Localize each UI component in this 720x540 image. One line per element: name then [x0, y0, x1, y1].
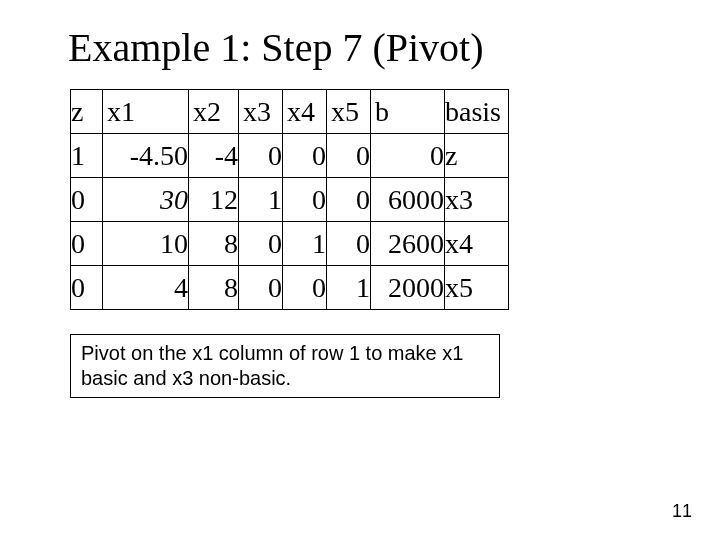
- cell: 1: [283, 222, 327, 266]
- col-header-z: z: [71, 90, 103, 134]
- cell: 8: [189, 266, 239, 310]
- cell: 1: [239, 178, 283, 222]
- cell: 0: [371, 134, 445, 178]
- cell: 1: [327, 266, 371, 310]
- cell: 0: [283, 134, 327, 178]
- cell: 0: [327, 134, 371, 178]
- col-header-basis: basis: [445, 90, 509, 134]
- cell: 12: [189, 178, 239, 222]
- cell: 0: [239, 134, 283, 178]
- table-header-row: z x1 x2 x3 x4 x5 b basis: [71, 90, 509, 134]
- cell: -4.50: [103, 134, 189, 178]
- cell: 0: [71, 222, 103, 266]
- cell: 0: [71, 266, 103, 310]
- table-row: 0 10 8 0 1 0 2600 x4: [71, 222, 509, 266]
- col-header-b: b: [371, 90, 445, 134]
- cell: 2600: [371, 222, 445, 266]
- cell: z: [445, 134, 509, 178]
- table-row: 0 30 12 1 0 0 6000 x3: [71, 178, 509, 222]
- caption-box: Pivot on the x1 column of row 1 to make …: [70, 334, 500, 398]
- cell: 0: [283, 178, 327, 222]
- cell: 1: [71, 134, 103, 178]
- cell: x3: [445, 178, 509, 222]
- simplex-tableau: z x1 x2 x3 x4 x5 b basis 1 -4.50 -4 0 0 …: [70, 89, 509, 310]
- cell: 8: [189, 222, 239, 266]
- cell: -4: [189, 134, 239, 178]
- cell: 0: [71, 178, 103, 222]
- cell: 2000: [371, 266, 445, 310]
- pivot-cell: 30: [103, 178, 189, 222]
- cell: 10: [103, 222, 189, 266]
- col-header-x2: x2: [189, 90, 239, 134]
- table-row: 0 4 8 0 0 1 2000 x5: [71, 266, 509, 310]
- cell: 0: [283, 266, 327, 310]
- page-number: 11: [672, 501, 692, 522]
- slide-title: Example 1: Step 7 (Pivot): [68, 24, 660, 71]
- col-header-x3: x3: [239, 90, 283, 134]
- cell: 6000: [371, 178, 445, 222]
- col-header-x4: x4: [283, 90, 327, 134]
- table-row: 1 -4.50 -4 0 0 0 0 z: [71, 134, 509, 178]
- cell: x5: [445, 266, 509, 310]
- col-header-x5: x5: [327, 90, 371, 134]
- cell: 4: [103, 266, 189, 310]
- cell: 0: [327, 222, 371, 266]
- cell: x4: [445, 222, 509, 266]
- cell: 0: [239, 266, 283, 310]
- col-header-x1: x1: [103, 90, 189, 134]
- cell: 0: [239, 222, 283, 266]
- cell: 0: [327, 178, 371, 222]
